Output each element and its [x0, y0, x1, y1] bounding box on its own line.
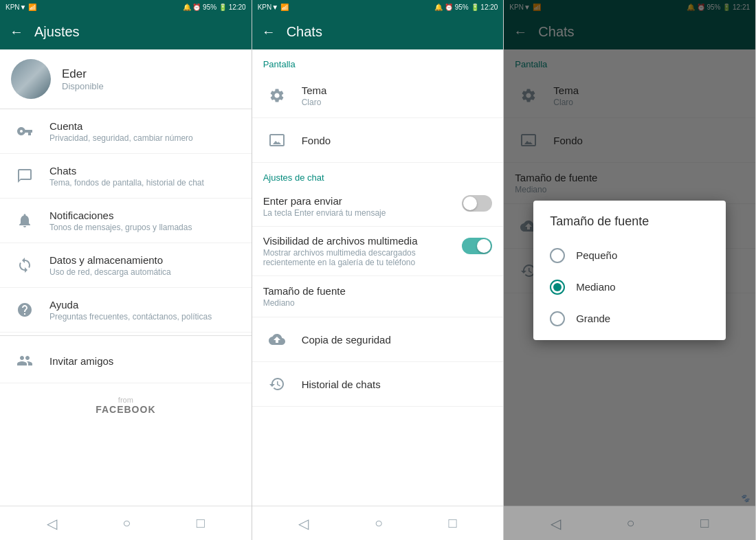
notificaciones-text: Notificaciones Tonos de mensajes, grupos… [49, 210, 241, 232]
tema-subtitle-2: Claro [302, 98, 493, 107]
tema-text-2: Tema Claro [302, 85, 493, 107]
chats-content: Pantalla Tema Claro Fondo Ajustes de cha… [252, 49, 504, 506]
radio-inner-mediano [553, 283, 562, 291]
home-nav-1[interactable]: ○ [122, 515, 131, 531]
home-nav-2[interactable]: ○ [375, 515, 383, 531]
invitar-title: Invitar amigos [49, 355, 241, 367]
ajustes-content: Eder Disponible Cuenta Privacidad, segur… [0, 49, 252, 506]
menu-item-datos[interactable]: Datos y almacenamiento Uso de red, desca… [0, 243, 252, 288]
radio-circle-pequeno [550, 248, 565, 263]
menu-item-notificaciones[interactable]: Notificaciones Tonos de mensajes, grupos… [0, 199, 252, 243]
cloud-upload-icon-2 [263, 326, 291, 353]
history-icon-2 [263, 370, 291, 398]
radio-label-grande: Grande [576, 313, 610, 324]
bottom-nav-1: ◁ ○ □ [0, 506, 252, 540]
radio-pequeno[interactable]: Pequeño [533, 240, 726, 271]
help-icon [11, 296, 38, 324]
enter-title: Enter para enviar [263, 195, 463, 207]
menu-item-invitar[interactable]: Invitar amigos [0, 339, 252, 383]
multimedia-text: Visibilidad de archivos multimedia Mostr… [263, 235, 463, 267]
status-right-1: 🔔 ⏰ 95% 🔋 12:20 [183, 3, 246, 11]
top-bar-ajustes: ← Ajustes [0, 14, 252, 49]
chats-text: Chats Tema, fondos de pantalla, historia… [49, 165, 241, 188]
datos-subtitle: Uso de red, descarga automática [49, 267, 241, 277]
ayuda-text: Ayuda Preguntas frecuentes, contáctanos,… [49, 299, 241, 322]
cuenta-text: Cuenta Privacidad, seguridad, cambiar nú… [49, 120, 241, 143]
section-pantalla-2: Pantalla [252, 49, 504, 74]
enter-toggle-thumb [463, 196, 477, 210]
carrier-signal-2: KPN▼ 📶 [258, 3, 289, 11]
settings-icon-2 [263, 82, 291, 109]
multimedia-toggle[interactable] [462, 238, 492, 254]
notificaciones-title: Notificaciones [49, 210, 241, 221]
avatar [11, 59, 51, 99]
font-size-dialog: Tamaño de fuente Pequeño Mediano Grande [533, 201, 726, 340]
back-arrow-2[interactable]: ← [262, 24, 276, 40]
menu-item-chats[interactable]: Chats Tema, fondos de pantalla, historia… [0, 154, 252, 199]
menu-item-enter[interactable]: Enter para enviar La tecla Enter enviará… [252, 187, 504, 227]
radio-grande[interactable]: Grande [533, 303, 726, 335]
carrier-signal-1: KPN▼ 📶 [5, 3, 36, 11]
facebook-from: from [0, 396, 252, 404]
profile-name: Eder [62, 67, 104, 81]
image-icon-2 [263, 126, 291, 154]
tema-title-2: Tema [302, 85, 493, 96]
section-ajustes-chat: Ajustes de chat [252, 163, 504, 187]
status-bar-1: KPN▼ 📶 🔔 ⏰ 95% 🔋 12:20 [0, 0, 252, 14]
facebook-watermark: from FACEBOOK [0, 383, 252, 420]
radio-mediano[interactable]: Mediano [533, 271, 726, 303]
title-chats: Chats [287, 24, 494, 40]
profile-info: Eder Disponible [62, 67, 104, 91]
people-icon [11, 347, 38, 374]
copia-text-2: Copia de seguridad [302, 334, 493, 346]
profile-section[interactable]: Eder Disponible [0, 49, 252, 109]
back-nav-1[interactable]: ◁ [47, 515, 57, 532]
dialog-title: Tamaño de fuente [533, 214, 726, 240]
title-ajustes: Ajustes [34, 24, 242, 40]
menu-item-copia-2[interactable]: Copia de seguridad [252, 317, 504, 362]
radio-label-pequeno: Pequeño [576, 249, 617, 261]
status-bar-2: KPN▼ 📶 🔔 ⏰ 95% 🔋 12:20 [252, 0, 504, 14]
fondo-title-2: Fondo [302, 135, 493, 146]
cuenta-subtitle: Privacidad, seguridad, cambiar número [49, 133, 241, 143]
multimedia-subtitle: Mostrar archivos multimedia descargados … [263, 248, 463, 267]
recents-nav-2[interactable]: □ [448, 515, 456, 531]
status-icons-1: 🔔 ⏰ 95% 🔋 12:20 [183, 3, 246, 11]
avatar-image [11, 59, 51, 99]
dialog-overlay[interactable]: Tamaño de fuente Pequeño Mediano Grande [504, 0, 755, 540]
profile-status: Disponible [62, 81, 104, 91]
bell-icon [11, 207, 38, 234]
key-icon [11, 117, 38, 145]
menu-item-ayuda[interactable]: Ayuda Preguntas frecuentes, contáctanos,… [0, 288, 252, 333]
panel-chats-dialog: KPN▼ 📶 🔔 ⏰ 95% 🔋 12:21 ← Chats Pantalla … [504, 0, 756, 540]
bottom-nav-2: ◁ ○ □ [252, 506, 504, 540]
historial-title-2: Historial de chats [302, 379, 493, 390]
menu-item-tema-2[interactable]: Tema Claro [252, 74, 504, 118]
facebook-logo: FACEBOOK [0, 404, 252, 415]
status-left-2: KPN▼ 📶 [258, 3, 289, 11]
sync-icon [11, 251, 38, 279]
ayuda-subtitle: Preguntas frecuentes, contáctanos, polít… [49, 312, 241, 322]
chats-title: Chats [49, 165, 241, 177]
recents-nav-1[interactable]: □ [197, 515, 205, 531]
fuente-title-2: Tamaño de fuente [263, 285, 493, 297]
menu-item-historial-2[interactable]: Historial de chats [252, 362, 504, 407]
back-arrow-1[interactable]: ← [10, 24, 23, 40]
chats-subtitle: Tema, fondos de pantalla, historial de c… [49, 178, 241, 188]
enter-toggle[interactable] [462, 195, 492, 212]
notificaciones-subtitle: Tonos de mensajes, grupos y llamadas [49, 223, 241, 232]
menu-item-cuenta[interactable]: Cuenta Privacidad, seguridad, cambiar nú… [0, 109, 252, 154]
back-nav-2[interactable]: ◁ [298, 515, 309, 532]
cuenta-title: Cuenta [49, 120, 241, 132]
radio-circle-mediano [550, 280, 565, 295]
enter-subtitle: La tecla Enter enviará tu mensaje [263, 208, 463, 218]
status-left-1: KPN▼ 📶 [5, 3, 36, 11]
multimedia-toggle-thumb [477, 239, 491, 253]
menu-item-multimedia[interactable]: Visibilidad de archivos multimedia Mostr… [252, 227, 504, 276]
menu-item-fondo-2[interactable]: Fondo [252, 118, 504, 163]
ayuda-title: Ayuda [49, 299, 241, 311]
top-bar-chats: ← Chats [252, 14, 504, 49]
invitar-text: Invitar amigos [49, 355, 241, 367]
menu-item-fuente-2[interactable]: Tamaño de fuente Mediano [252, 276, 504, 317]
multimedia-title: Visibilidad de archivos multimedia [263, 235, 463, 247]
